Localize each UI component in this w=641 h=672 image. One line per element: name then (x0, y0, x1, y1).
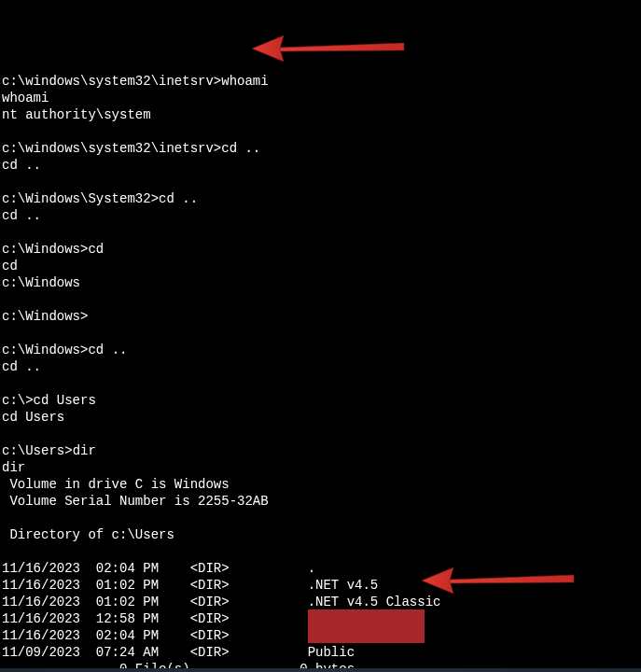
prompt: c:\Windows> (2, 343, 88, 357)
output-line: cd .. (2, 158, 41, 173)
output-line: cd Users (2, 410, 64, 425)
window-border (0, 668, 641, 672)
prompt: c:\> (2, 393, 34, 408)
output-line: whoami (2, 91, 49, 105)
dir-entry: 11/16/2023 01:02 PM <DIR> .NET v4.5 Clas… (2, 595, 440, 609)
output-line: Directory of c:\Users (2, 527, 174, 542)
prompt: c:\Windows\System32> (2, 191, 159, 206)
output-line: cd .. (2, 208, 41, 223)
dir-entry: 11/16/2023 12:58 PM <DIR> (2, 611, 308, 626)
dir-entry: 11/16/2023 02:04 PM <DIR> (2, 628, 308, 643)
redacted-folder (308, 626, 425, 643)
output-line: Volume in drive C is Windows (2, 477, 230, 492)
prompt: c:\Windows> (2, 309, 88, 324)
command: cd .. (88, 343, 127, 357)
prompt: c:\windows\system32\inetsrv> (2, 74, 221, 89)
output-line: Volume Serial Number is 2255-32AB (2, 494, 269, 509)
command: cd .. (221, 141, 260, 156)
command: cd (88, 242, 104, 257)
prompt: c:\Windows> (2, 242, 88, 257)
annotation-arrow-icon (250, 17, 409, 78)
output-line: nt authority\system (2, 107, 151, 122)
output-line: cd .. (2, 359, 41, 374)
command: cd .. (159, 191, 198, 206)
dir-entry: 11/09/2023 07:24 AM <DIR> Public (2, 645, 355, 660)
terminal-output: c:\windows\system32\inetsrv>whoami whoam… (2, 73, 639, 672)
command: dir (73, 443, 96, 458)
redacted-folder (308, 609, 425, 626)
output-line: c:\Windows (2, 275, 80, 290)
command: whoami (221, 74, 268, 89)
output-line: dir (2, 460, 25, 475)
dir-entry: 11/16/2023 02:04 PM <DIR> . (2, 561, 315, 576)
prompt: c:\Users> (2, 443, 73, 458)
output-line: cd (2, 259, 18, 273)
command: cd Users (34, 393, 96, 408)
dir-entry: 11/16/2023 01:02 PM <DIR> .NET v4.5 (2, 578, 378, 593)
prompt: c:\windows\system32\inetsrv> (2, 141, 221, 156)
